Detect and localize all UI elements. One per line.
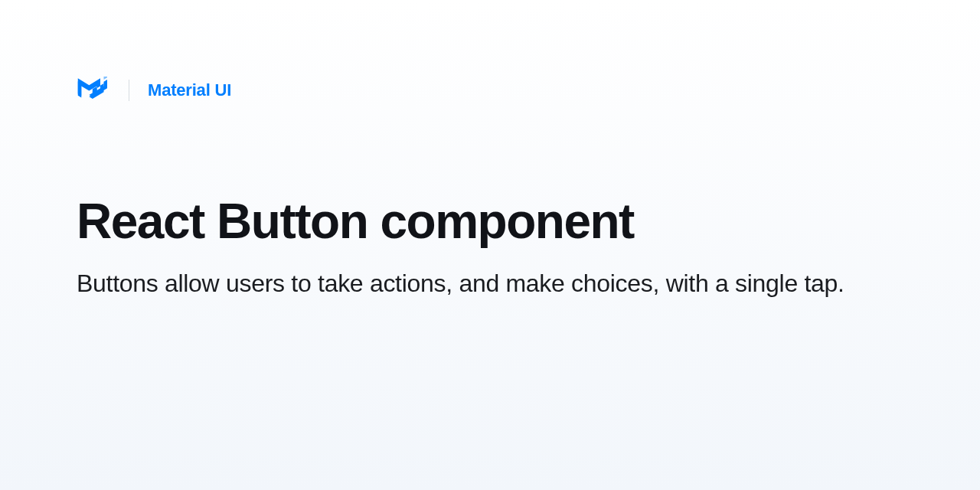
page-container: Material UI React Button component Butto…: [0, 0, 980, 302]
page-title: React Button component: [77, 196, 903, 247]
mui-logo-icon: [77, 77, 110, 104]
header: Material UI: [77, 77, 903, 104]
product-name: Material UI: [148, 80, 231, 100]
header-divider: [129, 80, 129, 101]
page-subtitle: Buttons allow users to take actions, and…: [77, 266, 888, 301]
